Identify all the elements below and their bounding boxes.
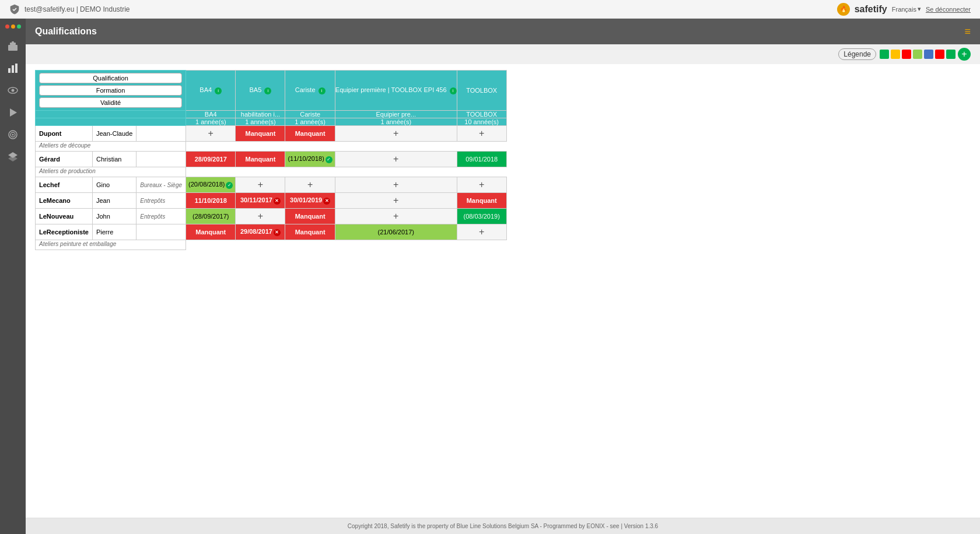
user-info: test@safetify.eu | DEMO Industrie: [24, 5, 130, 13]
safetify-icon: 🔥: [837, 3, 850, 16]
col-sub-equipier: Equipier pre...: [335, 111, 457, 118]
person-unit: Entrepôts: [136, 193, 186, 209]
data-cell[interactable]: +: [457, 177, 506, 193]
sidebar-item-building[interactable]: [4, 37, 22, 55]
sidebar-item-eye[interactable]: [4, 81, 22, 100]
table-wrapper: Qualification Formation Validité BA4 i B: [35, 70, 971, 250]
close-dot[interactable]: [5, 24, 9, 29]
data-cell[interactable]: +: [186, 126, 236, 142]
legend-red2: [935, 50, 944, 59]
data-cell: 30/01/2019✕: [285, 193, 335, 209]
min-dot[interactable]: [11, 24, 15, 29]
formation-button[interactable]: Formation: [39, 85, 182, 96]
top-bar-left: test@safetify.eu | DEMO Industrie: [9, 4, 130, 15]
sidebar-item-chart[interactable]: [4, 59, 22, 78]
data-cell: Manquant: [285, 224, 335, 240]
legend-red: [902, 50, 911, 59]
person-unit: Bureaux - Siège: [136, 177, 186, 193]
page-title: Qualifications: [35, 26, 97, 37]
col-validity-ba5: 1 année(s): [236, 118, 285, 126]
table-row-dept: Ateliers de production: [36, 167, 507, 177]
warn-icon: ✕: [323, 198, 330, 205]
logout-button[interactable]: Se déconnecter: [926, 6, 971, 13]
person-firstname: Gino: [92, 177, 136, 193]
legend-bar: Légende +: [26, 44, 980, 64]
data-cell[interactable]: +: [335, 177, 457, 193]
data-cell: Manquant: [285, 126, 335, 142]
person-lastname: LeNouveau: [36, 209, 93, 224]
legend-orange: [891, 50, 900, 59]
data-cell: Manquant: [186, 224, 236, 240]
data-cell: (08/03/2019): [457, 209, 506, 224]
col-validity-cariste: 1 année(s): [285, 118, 335, 126]
col-validity-ba4: 1 année(s): [186, 118, 236, 126]
main-layout: Qualifications ≡ Légende +: [0, 19, 980, 534]
col-header-cariste[interactable]: Cariste i: [285, 71, 335, 111]
person-lastname: LeMecano: [36, 193, 93, 209]
table-row: DupontJean-Claude+ManquantManquant++: [36, 126, 507, 142]
svg-rect-4: [13, 47, 16, 48]
table-body: DupontJean-Claude+ManquantManquant++Atel…: [36, 126, 507, 250]
person-lastname: Gérard: [36, 152, 93, 167]
info-icon-ba5: i: [264, 87, 271, 94]
info-icon-equipier: i: [450, 87, 457, 94]
data-cell: Manquant: [236, 126, 285, 142]
data-cell[interactable]: +: [285, 177, 335, 193]
person-unit: Entrepôts: [136, 209, 186, 224]
person-lastname: LeReceptioniste: [36, 224, 93, 240]
col-sub-cariste: Cariste: [285, 111, 335, 118]
table-row: LechefGinoBureaux - Siège(20/08/2018)✓++…: [36, 177, 507, 193]
check-icon: ✓: [326, 156, 332, 163]
svg-marker-15: [8, 156, 18, 161]
svg-rect-7: [15, 64, 18, 73]
person-dept: Ateliers peinture et emballage: [36, 240, 186, 250]
svg-rect-1: [10, 43, 16, 45]
data-cell[interactable]: +: [335, 193, 457, 209]
col-validity-equipier: 1 année(s): [335, 118, 457, 126]
data-cell: 28/09/2017: [186, 152, 236, 167]
col-header-equipier[interactable]: Equipier première | TOOLBOX EPI 456 i: [335, 71, 457, 111]
legend-add-button[interactable]: +: [958, 48, 971, 61]
data-cell[interactable]: +: [457, 224, 506, 240]
sidebar-item-target[interactable]: [4, 125, 22, 144]
person-lastname: Dupont: [36, 126, 93, 142]
data-cell: (21/06/2017): [335, 224, 457, 240]
col-sub-toolbox: TOOLBOX: [457, 111, 506, 118]
data-cell: Manquant: [236, 152, 285, 167]
shield-icon: [9, 4, 20, 15]
data-cell[interactable]: +: [335, 152, 457, 167]
svg-rect-6: [12, 65, 14, 73]
svg-point-13: [12, 134, 14, 136]
traffic-lights: [5, 24, 21, 29]
svg-marker-10: [10, 108, 17, 117]
data-cell: 09/01/2018: [457, 152, 506, 167]
data-cell[interactable]: +: [335, 209, 457, 224]
header-row-3: 1 année(s) 1 année(s) 1 année(s) 1 année…: [36, 118, 507, 126]
table-row-dept: Ateliers de découpe: [36, 142, 507, 152]
person-firstname: Jean: [92, 193, 136, 209]
legend-label: Légende: [838, 48, 876, 60]
person-unit: [136, 126, 186, 142]
legend-green: [880, 50, 889, 59]
brand-name: safetify: [855, 4, 887, 15]
qualification-button[interactable]: Qualification: [39, 73, 182, 83]
language-selector[interactable]: Français ▾: [892, 5, 921, 13]
col-header-ba4[interactable]: BA4 i: [186, 71, 236, 111]
data-cell[interactable]: +: [335, 126, 457, 142]
max-dot[interactable]: [17, 24, 21, 29]
data-cell: (11/10/2018)✓: [285, 152, 335, 167]
validite-button[interactable]: Validité: [39, 97, 182, 108]
data-cell[interactable]: +: [236, 209, 285, 224]
table-row: LeNouveauJohnEntrepôts(28/09/2017)+Manqu…: [36, 209, 507, 224]
data-cell[interactable]: +: [236, 177, 285, 193]
col-header-ba5[interactable]: BA5 i: [236, 71, 285, 111]
col-header-toolbox[interactable]: TOOLBOX: [457, 71, 506, 111]
sidebar-item-layers[interactable]: [4, 147, 22, 166]
menu-icon[interactable]: ≡: [964, 26, 971, 38]
svg-point-9: [12, 89, 15, 92]
person-dept: Ateliers de production: [36, 167, 186, 177]
col-validity-toolbox: 10 année(s): [457, 118, 506, 126]
person-unit: [136, 224, 186, 240]
data-cell[interactable]: +: [457, 126, 506, 142]
sidebar-item-play[interactable]: [4, 103, 22, 122]
